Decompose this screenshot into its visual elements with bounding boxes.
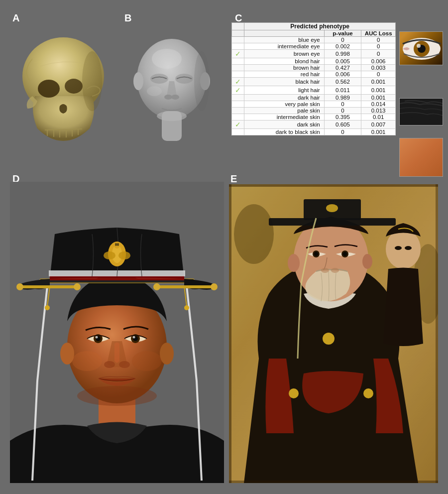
auc-cell: 0.013 <box>361 108 396 114</box>
svg-point-22 <box>194 51 209 111</box>
svg-point-13 <box>133 72 143 90</box>
svg-point-1 <box>38 80 60 98</box>
svg-point-81 <box>343 252 347 256</box>
reconstruction-section <box>10 182 224 483</box>
svg-point-86 <box>326 204 338 212</box>
svg-point-21 <box>147 86 162 96</box>
svg-point-55 <box>16 283 23 290</box>
phenotype-cell: black hair <box>244 78 324 86</box>
svg-rect-93 <box>229 481 438 483</box>
check-cell: ✓ <box>232 78 244 86</box>
check-cell <box>232 95 244 101</box>
check-cell: ✓ <box>232 121 244 129</box>
auc-header: AUC Loss <box>361 30 396 37</box>
check-subheader <box>232 30 244 37</box>
table-row: pale skin00.013 <box>232 108 396 114</box>
svg-point-10 <box>82 51 102 111</box>
skull-section <box>10 22 117 154</box>
svg-point-41 <box>119 361 130 368</box>
check-cell <box>232 58 244 65</box>
phenotype-cell: brown hair <box>244 65 324 71</box>
skull-icon <box>15 31 112 146</box>
svg-point-43 <box>132 351 162 371</box>
auc-cell: 0.007 <box>361 121 396 129</box>
eye-illustration <box>400 32 443 65</box>
auc-cell: 0.006 <box>361 58 396 65</box>
pvalue-cell: 0.427 <box>324 65 361 71</box>
hair-swatch <box>399 98 443 125</box>
svg-rect-91 <box>436 184 438 483</box>
svg-point-72 <box>289 388 299 398</box>
pvalue-cell: 0.395 <box>324 114 361 121</box>
auc-cell: 0 <box>361 50 396 58</box>
svg-point-32 <box>60 343 74 365</box>
svg-point-52 <box>115 243 117 246</box>
phenotype-cell: blue eye <box>244 37 324 43</box>
auc-cell: 0.003 <box>361 65 396 71</box>
auc-cell: 0 <box>361 43 396 50</box>
phenotype-cell: light hair <box>244 86 324 95</box>
svg-point-53 <box>117 243 119 246</box>
pvalue-cell: 0.006 <box>324 71 361 78</box>
face-model-section <box>122 22 222 154</box>
pvalue-cell: 0.998 <box>324 50 361 58</box>
svg-point-71 <box>323 333 335 345</box>
check-cell <box>232 129 244 135</box>
phenotype-cell: red hair <box>244 71 324 78</box>
pvalue-cell: 0 <box>324 108 361 114</box>
phenotype-cell: intermediate eye <box>244 43 324 50</box>
phenotype-cell: blond hair <box>244 58 324 65</box>
table-row: red hair0.0060 <box>232 71 396 78</box>
svg-point-87 <box>386 229 421 269</box>
phenotype-cell: dark to black skin <box>244 129 324 135</box>
pvalue-cell: 0 <box>324 129 361 135</box>
auc-cell: 0.001 <box>361 129 396 135</box>
svg-point-39 <box>133 336 135 339</box>
check-cell <box>232 65 244 71</box>
phenotype-cell: dark skin <box>244 121 324 129</box>
pvalue-cell: 0.562 <box>324 78 361 86</box>
pvalue-cell: 0.989 <box>324 95 361 101</box>
check-cell <box>232 71 244 78</box>
svg-point-38 <box>96 336 98 339</box>
svg-point-40 <box>104 361 115 368</box>
svg-point-89 <box>405 246 412 250</box>
phenotype-cell: dark hair <box>244 95 324 101</box>
svg-point-49 <box>104 251 115 259</box>
table-row: ✓brown eye0.9980 <box>232 50 396 58</box>
check-cell <box>232 108 244 114</box>
pvalue-cell: 0.605 <box>324 121 361 129</box>
auc-cell: 0 <box>361 71 396 78</box>
svg-point-26 <box>417 44 421 48</box>
svg-rect-54 <box>19 285 79 288</box>
check-cell <box>232 114 244 121</box>
auc-cell: 0.01 <box>361 114 396 121</box>
auc-cell: 0.001 <box>361 86 396 95</box>
hair-illustration <box>400 99 443 125</box>
svg-point-19 <box>157 111 187 121</box>
phenotype-table-section: Predicted phenotype p-value AUC Loss blu… <box>231 22 443 135</box>
table-row: intermediate skin0.3950.01 <box>232 114 396 121</box>
svg-point-51 <box>114 243 120 248</box>
svg-point-33 <box>160 343 174 365</box>
table-row: ✓dark skin0.6050.007 <box>232 121 396 129</box>
svg-point-59 <box>211 283 218 290</box>
phenotype-header: Predicted phenotype <box>244 23 396 30</box>
table-row: intermediate eye0.0020 <box>232 43 396 50</box>
svg-point-77 <box>362 254 372 269</box>
phenotype-cell: brown eye <box>244 50 324 58</box>
table-row: ✓black hair0.5620.001 <box>232 78 396 86</box>
phenotype-table: Predicted phenotype p-value AUC Loss blu… <box>231 22 396 135</box>
check-cell: ✓ <box>232 86 244 95</box>
check-cell <box>232 37 244 43</box>
pvalue-cell: 0 <box>324 101 361 108</box>
svg-point-88 <box>395 246 402 250</box>
check-header <box>232 23 244 30</box>
svg-point-42 <box>72 351 102 371</box>
auc-cell: 0.001 <box>361 78 396 86</box>
pvalue-header: p-value <box>324 30 361 37</box>
svg-point-56 <box>74 283 81 290</box>
svg-rect-90 <box>229 184 231 483</box>
svg-rect-57 <box>155 285 215 288</box>
svg-point-73 <box>363 388 373 398</box>
